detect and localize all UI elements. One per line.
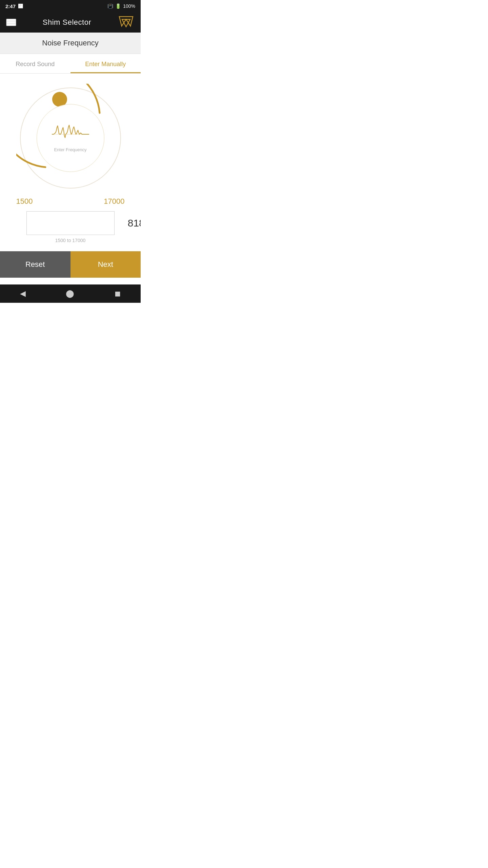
hamburger-line-1 <box>7 19 16 20</box>
action-buttons: Reset Next <box>0 251 141 278</box>
frequency-dial[interactable]: Enter Frequency <box>16 84 125 192</box>
battery-icon: 🔋 <box>115 3 121 9</box>
status-left: 2:47 🅿 <box>5 3 23 9</box>
next-button[interactable]: Next <box>70 251 141 278</box>
brand-logo <box>118 16 135 29</box>
svg-marker-0 <box>119 17 133 26</box>
tab-record-sound[interactable]: Record Sound <box>0 54 70 73</box>
section-title-text: Noise Frequency <box>42 39 98 47</box>
hamburger-line-2 <box>7 22 16 23</box>
vibrate-icon: 📳 <box>107 3 113 9</box>
status-right: 📳 🔋 100% <box>107 3 135 9</box>
app-header: Shim Selector <box>0 12 141 33</box>
frequency-range-hint: 1500 to 17000 <box>55 238 86 243</box>
frequency-input[interactable] <box>27 217 141 229</box>
waveform-icon <box>52 124 89 144</box>
hamburger-line-3 <box>7 24 16 25</box>
time-display: 2:47 <box>5 3 16 9</box>
status-bar: 2:47 🅿 📳 🔋 100% <box>0 0 141 12</box>
frequency-input-container[interactable]: Hz <box>26 211 115 235</box>
tab-enter-manually[interactable]: Enter Manually <box>70 54 141 73</box>
battery-percent: 100% <box>123 3 135 9</box>
pandora-icon: 🅿 <box>18 4 23 9</box>
reset-button[interactable]: Reset <box>0 251 70 278</box>
dial-inner-display: Enter Frequency <box>37 104 104 172</box>
system-nav-bar: ◀ ⬤ ◼ <box>0 284 141 303</box>
max-frequency-label: 17000 <box>104 197 124 206</box>
recent-apps-button[interactable]: ◼ <box>115 289 121 298</box>
enter-frequency-label: Enter Frequency <box>54 147 86 152</box>
tab-bar: Record Sound Enter Manually <box>0 54 141 74</box>
min-frequency-label: 1500 <box>16 197 33 206</box>
section-title: Noise Frequency <box>0 33 141 54</box>
back-button[interactable]: ◀ <box>20 289 26 298</box>
menu-button[interactable] <box>6 19 16 26</box>
app-title: Shim Selector <box>43 18 91 27</box>
main-content: Enter Frequency 1500 17000 Hz 1500 to 17… <box>0 74 141 251</box>
range-labels: 1500 17000 <box>16 197 125 206</box>
home-button[interactable]: ⬤ <box>66 289 74 298</box>
